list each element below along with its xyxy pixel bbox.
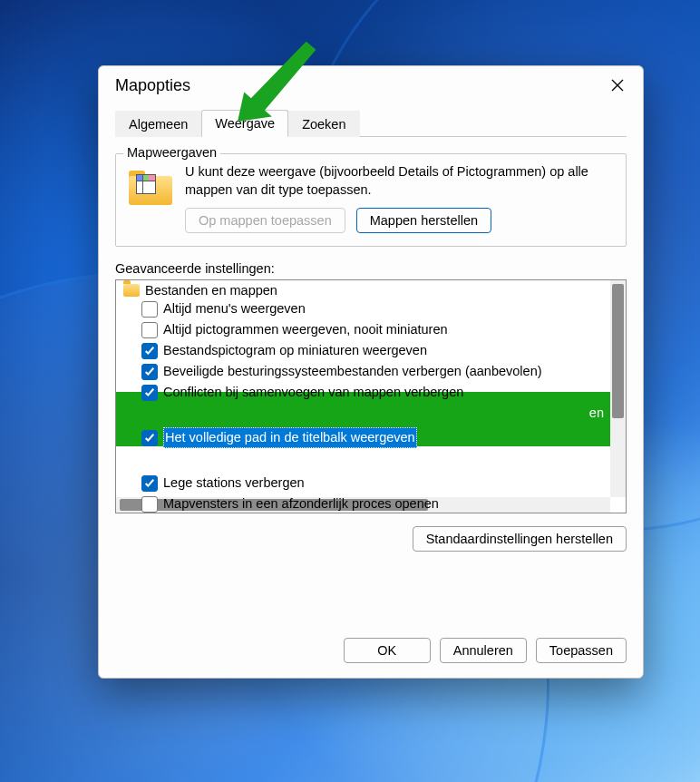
folder-views-group: Mapweergaven U kunt deze weergave (bijvo… bbox=[115, 153, 627, 247]
cancel-button[interactable]: Annuleren bbox=[440, 638, 527, 663]
reset-folders-button[interactable]: Mappen herstellen bbox=[356, 208, 491, 233]
advanced-settings-label: Geavanceerde instellingen: bbox=[115, 261, 627, 276]
checkbox[interactable] bbox=[141, 322, 158, 338]
checkbox[interactable] bbox=[141, 364, 158, 380]
vertical-scrollbar[interactable] bbox=[610, 280, 626, 497]
checkbox[interactable] bbox=[141, 385, 158, 401]
apply-button[interactable]: Toepassen bbox=[536, 638, 627, 663]
tree-item[interactable]: Lege stations verbergen bbox=[118, 473, 626, 494]
tree-root-files-and-folders[interactable]: Bestanden en mappen bbox=[118, 282, 626, 298]
checkbox[interactable] bbox=[141, 301, 158, 318]
checkbox[interactable] bbox=[141, 343, 158, 359]
folder-views-description: U kunt deze weergave (bijvoorbeeld Detai… bbox=[185, 163, 613, 199]
folder-views-legend: Mapweergaven bbox=[123, 145, 220, 160]
tab-view[interactable]: Weergave bbox=[201, 110, 288, 137]
tree-item[interactable]: Beveiligde besturingssysteembestanden ve… bbox=[118, 361, 626, 382]
tab-general[interactable]: Algemeen bbox=[115, 111, 201, 137]
folder-views-icon bbox=[129, 165, 172, 205]
tab-strip: Algemeen Weergave Zoeken bbox=[115, 110, 627, 137]
tree-item[interactable]: rgeven bbox=[118, 452, 626, 473]
close-button[interactable] bbox=[598, 71, 637, 100]
folder-icon bbox=[123, 284, 140, 297]
tree-item[interactable]: Altijd menu's weergeven bbox=[118, 298, 626, 319]
tree-item[interactable]: en bbox=[118, 403, 626, 424]
tree-item[interactable]: Altijd pictogrammen weergeven, nooit min… bbox=[118, 319, 626, 340]
tree-item[interactable]: Bestandspictogram op miniaturen weergeve… bbox=[118, 340, 626, 361]
tree-item[interactable]: Conflicten bij samenvoegen van mappen ve… bbox=[118, 382, 626, 403]
restore-defaults-button[interactable]: Standaardinstellingen herstellen bbox=[413, 526, 627, 552]
advanced-settings-tree[interactable]: Bestanden en mappen Altijd menu's weerge… bbox=[115, 279, 627, 513]
close-icon bbox=[611, 79, 624, 92]
folder-options-dialog: Mapopties Algemeen Weergave Zoeken Mapwe… bbox=[98, 65, 644, 679]
titlebar: Mapopties bbox=[99, 66, 643, 104]
tree-item-show-full-path[interactable]: Het volledige pad in de titelbalk weerge… bbox=[118, 424, 626, 452]
checkbox[interactable] bbox=[141, 430, 158, 446]
checkbox[interactable] bbox=[141, 475, 158, 492]
tab-search[interactable]: Zoeken bbox=[288, 111, 359, 137]
checkbox[interactable] bbox=[141, 496, 158, 513]
apply-to-folders-button[interactable]: Op mappen toepassen bbox=[185, 208, 345, 233]
dialog-title: Mapopties bbox=[115, 76, 598, 95]
dialog-footer: OK Annuleren Toepassen bbox=[99, 629, 643, 678]
scrollbar-thumb[interactable] bbox=[612, 284, 624, 418]
ok-button[interactable]: OK bbox=[344, 638, 431, 663]
